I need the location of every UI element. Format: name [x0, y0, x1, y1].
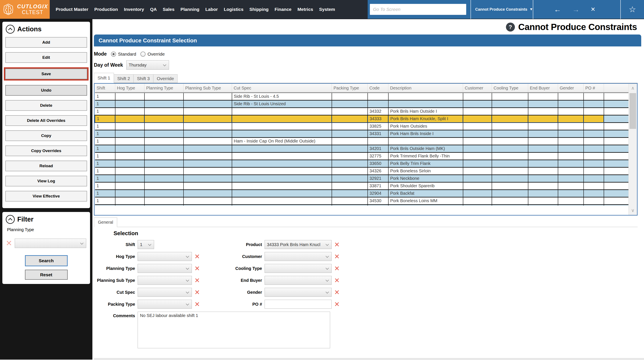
cell-planning_sub_type[interactable] — [184, 137, 232, 145]
cell-gender[interactable] — [558, 189, 584, 197]
nav-item-product-master[interactable]: Product Master — [53, 7, 91, 12]
cell-packing_type[interactable] — [332, 100, 368, 108]
cell-planning_sub_type[interactable] — [184, 175, 232, 182]
cell-code[interactable]: 34333 — [368, 115, 388, 123]
cell-po[interactable] — [584, 167, 604, 175]
cell-description[interactable] — [388, 93, 463, 100]
cell-shift[interactable]: 1 — [95, 152, 115, 160]
cell-cooling_type[interactable] — [492, 189, 528, 197]
cell-gender[interactable] — [558, 93, 584, 100]
cell-hog_type[interactable] — [115, 123, 144, 130]
cell-packing_type[interactable] — [332, 175, 368, 182]
cell-planning_sub_type[interactable] — [184, 100, 232, 108]
cell-packing_type[interactable] — [332, 137, 368, 145]
cell-customer[interactable] — [463, 100, 492, 108]
cell-shift[interactable]: 1 — [95, 108, 115, 115]
clear-hog-type-icon[interactable]: ✕ — [194, 253, 200, 260]
cell-cut_spec[interactable] — [232, 130, 332, 137]
cell-code[interactable]: 34331 — [368, 130, 388, 137]
cell-filler[interactable] — [604, 175, 629, 182]
cell-cooling_type[interactable] — [492, 100, 528, 108]
cell-gender[interactable] — [558, 197, 584, 204]
cell-description[interactable]: Pork Trimmed Flank Belly -Thin — [388, 152, 463, 160]
cell-planning_sub_type[interactable] — [184, 197, 232, 204]
cell-po[interactable] — [584, 204, 604, 205]
tab-general[interactable]: General — [94, 217, 117, 227]
cell-description[interactable] — [388, 137, 463, 145]
col-header-po[interactable]: PO # — [584, 84, 604, 93]
cell-cooling_type[interactable] — [492, 108, 528, 115]
cell-cooling_type[interactable] — [492, 93, 528, 100]
cell-planning_type[interactable] — [144, 204, 184, 205]
cell-code[interactable]: 32921 — [368, 175, 388, 182]
cell-po[interactable] — [584, 197, 604, 204]
horizontal-scrollbar-track[interactable] — [94, 358, 644, 360]
cell-filler[interactable] — [604, 123, 629, 130]
app-logo[interactable]: CUTLOGIX CLTEST — [0, 0, 50, 19]
cell-filler[interactable] — [604, 204, 629, 205]
cell-cooling_type[interactable] — [492, 123, 528, 130]
cell-end_buyer[interactable] — [528, 160, 558, 167]
scroll-down-icon[interactable]: ∨ — [629, 206, 637, 215]
cell-gender[interactable] — [558, 204, 584, 205]
cell-gender[interactable] — [558, 108, 584, 115]
cell-packing_type[interactable] — [332, 167, 368, 175]
cell-cut_spec[interactable]: Side Rib - St Louis - 4.5 — [232, 93, 332, 100]
reset-button[interactable]: Reset — [25, 270, 68, 280]
nav-item-production[interactable]: Production — [91, 7, 121, 12]
col-header-packing-type[interactable]: Packing Type — [332, 84, 368, 93]
cell-description[interactable] — [388, 204, 463, 205]
grid-row[interactable]: 133650Pork Belly Trim Flank — [95, 160, 629, 167]
cell-code[interactable]: 32775 — [368, 152, 388, 160]
cell-customer[interactable] — [463, 137, 492, 145]
cell-hog_type[interactable] — [115, 115, 144, 123]
cell-filler[interactable] — [604, 93, 629, 100]
select-gender[interactable] — [264, 288, 332, 297]
clear-cooling-type-icon[interactable]: ✕ — [334, 265, 340, 272]
cell-shift[interactable]: 1 — [95, 93, 115, 100]
cell-filler[interactable] — [604, 189, 629, 197]
cell-cut_spec[interactable] — [232, 182, 332, 189]
cell-shift[interactable]: 1 — [95, 175, 115, 182]
forward-arrow-icon[interactable]: → — [572, 6, 580, 13]
cell-filler[interactable] — [604, 100, 629, 108]
grid-row[interactable]: 134331Pork Ham Bnls Inside I — [95, 130, 629, 137]
grid-row[interactable] — [95, 204, 629, 205]
cell-cooling_type[interactable] — [492, 204, 528, 205]
cell-end_buyer[interactable] — [528, 100, 558, 108]
close-icon[interactable]: ✕ — [591, 6, 596, 12]
cell-planning_type[interactable] — [144, 189, 184, 197]
grid-row[interactable]: 134332Pork Bnls Ham Outside I — [95, 108, 629, 115]
cell-cooling_type[interactable] — [492, 160, 528, 167]
cell-planning_sub_type[interactable] — [184, 130, 232, 137]
cell-packing_type[interactable] — [332, 197, 368, 204]
clear-po-icon[interactable]: ✕ — [334, 301, 340, 308]
cell-planning_type[interactable] — [144, 123, 184, 130]
cell-planning_type[interactable] — [144, 145, 184, 152]
cell-shift[interactable] — [95, 204, 115, 205]
search-button[interactable]: Search — [25, 255, 68, 266]
planning-type-filter-select[interactable] — [15, 239, 86, 248]
cell-description[interactable]: Pork Belly Trim Flank — [388, 160, 463, 167]
screen-selector-dropdown[interactable]: Cannot Produce Constraints ▼ — [471, 7, 528, 12]
cell-planning_sub_type[interactable] — [184, 167, 232, 175]
cell-description[interactable]: Pork Boneless Sirloin — [388, 167, 463, 175]
cell-hog_type[interactable] — [115, 130, 144, 137]
nav-item-metrics[interactable]: Metrics — [294, 7, 316, 12]
cell-packing_type[interactable] — [332, 204, 368, 205]
cell-gender[interactable] — [558, 123, 584, 130]
cell-code[interactable] — [368, 137, 388, 145]
clear-planning-sub-type-icon[interactable]: ✕ — [194, 277, 200, 284]
cell-end_buyer[interactable] — [528, 130, 558, 137]
cell-cut_spec[interactable] — [232, 108, 332, 115]
cell-cooling_type[interactable] — [492, 182, 528, 189]
cell-planning_type[interactable] — [144, 137, 184, 145]
cell-gender[interactable] — [558, 160, 584, 167]
cell-po[interactable] — [584, 189, 604, 197]
action-button-save[interactable]: Save — [5, 69, 87, 79]
cell-description[interactable]: Pork Neckbone — [388, 175, 463, 182]
scrollbar-thumb[interactable] — [630, 93, 636, 129]
cell-cooling_type[interactable] — [492, 130, 528, 137]
cell-hog_type[interactable] — [115, 197, 144, 204]
clear-filter-icon[interactable]: ✕ — [6, 239, 12, 247]
